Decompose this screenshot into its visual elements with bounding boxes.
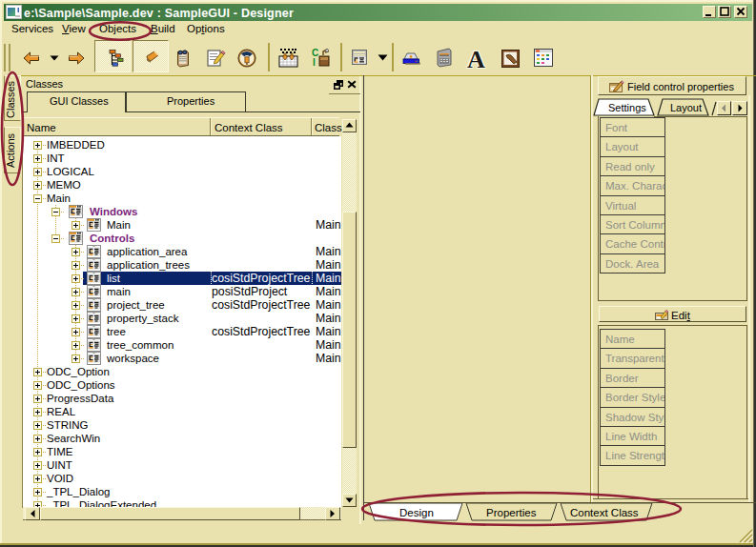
svg-text:I: I — [313, 57, 316, 68]
svg-text:Context Class: Context Class — [570, 507, 639, 518]
svg-text:Design: Design — [399, 507, 434, 518]
svg-text:Layout: Layout — [670, 102, 702, 113]
svg-text:Properties: Properties — [486, 507, 537, 518]
svg-text:Settings: Settings — [608, 102, 646, 113]
